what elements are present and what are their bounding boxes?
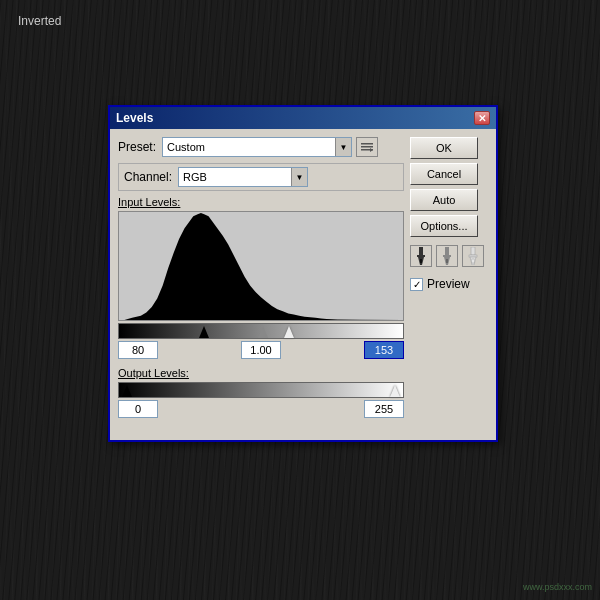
svg-rect-6 [417,255,425,257]
white-eyedropper[interactable] [462,245,484,267]
eyedroppers-row [410,245,488,267]
svg-rect-9 [445,247,449,255]
svg-rect-13 [471,247,475,255]
input-gray-slider[interactable] [258,326,268,338]
svg-rect-12 [446,259,448,263]
histogram-svg [119,212,403,320]
preset-menu-button[interactable] [356,137,378,157]
input-white-slider[interactable] [284,326,294,338]
input-white-value[interactable] [364,341,404,359]
output-white-slider[interactable] [390,385,400,397]
channel-row: Channel: RGB ▼ [118,163,404,191]
channel-value: RGB [179,171,291,183]
svg-rect-0 [361,143,373,145]
input-slider-track[interactable] [118,323,404,339]
input-black-value[interactable] [118,341,158,359]
output-levels-section: Output Levels: [118,367,404,418]
preset-value: Custom [163,141,335,153]
auto-button[interactable]: Auto [410,189,478,211]
output-black-slider[interactable] [122,385,132,397]
preview-label: Preview [427,277,470,291]
input-black-slider[interactable] [199,326,209,338]
output-levels-label: Output Levels: [118,367,404,379]
output-value-fields [118,400,404,418]
options-button[interactable]: Options... [410,215,478,237]
svg-rect-5 [419,247,423,255]
watermark: www.psdxxx.com [523,582,592,592]
svg-rect-16 [472,259,474,263]
channel-dropdown-arrow[interactable]: ▼ [291,168,307,186]
svg-marker-3 [370,148,373,152]
inverted-label: Inverted [18,14,61,28]
preview-row: ✓ Preview [410,277,488,291]
black-eyedropper[interactable] [410,245,432,267]
channel-label: Channel: [124,170,172,184]
black-eyedropper-icon [414,247,428,265]
cancel-button[interactable]: Cancel [410,163,478,185]
levels-dialog: Levels ✕ Preset: Custom ▼ [108,105,498,442]
preset-row: Preset: Custom ▼ [118,137,404,157]
gray-eyedropper-icon [440,247,454,265]
preset-label: Preset: [118,140,156,154]
output-max-value[interactable] [364,400,404,418]
preset-dropdown-arrow[interactable]: ▼ [335,138,351,156]
preview-checkbox[interactable]: ✓ [410,278,423,291]
svg-rect-8 [420,259,422,263]
input-mid-value[interactable] [241,341,281,359]
channel-select[interactable]: RGB ▼ [178,167,308,187]
input-levels-label: Input Levels: [118,196,404,208]
input-value-fields [118,341,404,359]
svg-rect-10 [443,255,451,257]
histogram [118,211,404,321]
white-eyedropper-icon [466,247,480,265]
output-slider-track[interactable] [118,382,404,398]
dialog-title: Levels [116,111,153,125]
output-min-value[interactable] [118,400,158,418]
close-button[interactable]: ✕ [474,111,490,125]
gray-eyedropper[interactable] [436,245,458,267]
ok-button[interactable]: OK [410,137,478,159]
title-bar: Levels ✕ [110,107,496,129]
input-levels-section: Input Levels: [118,196,404,359]
right-panel: OK Cancel Auto Options... [410,137,488,426]
svg-rect-14 [469,255,477,257]
preset-select[interactable]: Custom ▼ [162,137,352,157]
svg-rect-1 [361,146,373,148]
dialog-body: Preset: Custom ▼ [110,129,496,440]
